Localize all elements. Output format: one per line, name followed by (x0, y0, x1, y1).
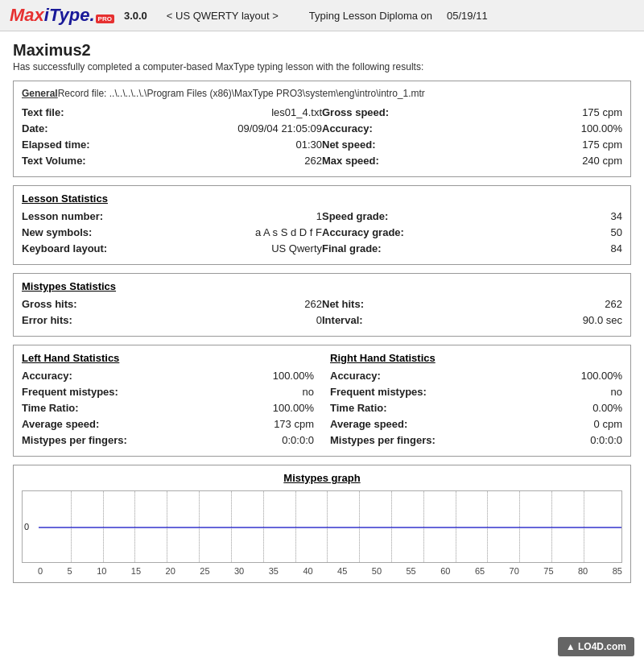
x-label: 50 (372, 566, 382, 576)
right-hand-col: Right Hand Statistics Accuracy: 100.00% … (322, 352, 622, 449)
logo-dot: . (89, 5, 94, 25)
lh-value-time-ratio: 100.00% (250, 402, 314, 414)
left-hand-col: Left Hand Statistics Accuracy: 100.00% F… (22, 352, 322, 449)
value-net-hits: 262 (558, 298, 622, 310)
value-accuracy: 100.00% (558, 122, 622, 134)
label-speed-grade: Speed grade: (322, 210, 419, 222)
value-text-file: les01_4.txt (258, 106, 322, 118)
lh-label-avg-speed: Average speed: (22, 418, 118, 430)
rh-label-time-ratio: Time Ratio: (330, 402, 427, 414)
lh-value-mistypes-fingers: 0:0:0:0 (250, 434, 314, 446)
lesson-right-col: Speed grade: 34 Accuracy grade: 50 Final… (322, 209, 622, 258)
table-row: Text Volume: 262 (22, 154, 322, 168)
rh-label-avg-speed: Average speed: (330, 418, 427, 430)
label-accuracy: Accuracy: (322, 122, 419, 134)
value-lesson-num: 1 (258, 210, 322, 222)
value-interval: 90.0 sec (558, 314, 622, 326)
label-final-grade: Final grade: (322, 242, 419, 254)
table-row: Gross hits: 262 (22, 297, 322, 311)
logo-pro-badge: PRO (96, 14, 114, 23)
table-row: Speed grade: 34 (322, 209, 622, 223)
x-label: 20 (166, 566, 175, 576)
lh-value-freq-mistypes: no (250, 386, 314, 398)
header: MaxiType. PRO 3.0.0 < US QWERTY layout >… (0, 0, 644, 31)
value-error-hits: 0 (258, 314, 322, 326)
label-lesson-num: Lesson number: (22, 210, 118, 222)
hand-stats-container: Left Hand Statistics Accuracy: 100.00% F… (22, 352, 622, 449)
label-kb-layout: Keyboard layout: (22, 242, 118, 254)
header-date: 05/19/11 (447, 10, 488, 22)
table-row: Interval: 90.0 sec (322, 313, 622, 327)
general-left-col: Text file: les01_4.txt Date: 09/09/04 21… (22, 105, 322, 170)
x-label: 80 (578, 566, 588, 576)
watermark: ▲ LO4D.com (558, 637, 634, 656)
header-lesson-label: Typing Lesson Diploma on (309, 10, 432, 22)
table-row: Net speed: 175 cpm (322, 138, 622, 151)
rh-label-mistypes-fingers: Mistypes per fingers: (330, 434, 436, 446)
label-net-hits: Net hits: (322, 298, 419, 310)
label-interval: Interval: (322, 314, 419, 326)
value-elapsed: 01:30 (258, 139, 322, 151)
x-label: 75 (543, 566, 553, 576)
table-row: Max speed: 240 cpm (322, 154, 622, 168)
label-text-volume: Text Volume: (22, 155, 118, 167)
table-row: Accuracy grade: 50 (322, 225, 622, 239)
table-row: Keyboard layout: US Qwerty (22, 242, 322, 255)
x-label: 25 (200, 566, 209, 576)
table-row: Text file: les01_4.txt (22, 105, 322, 119)
main-content: Maximus2 Has successfully completed a co… (0, 31, 644, 601)
general-label-bold: General (22, 88, 58, 99)
lh-label-mistypes-fingers: Mistypes per fingers: (22, 434, 127, 446)
x-label: 85 (613, 566, 622, 576)
lesson-section: Lesson Statistics Lesson number: 1 New s… (13, 185, 631, 265)
lh-value-avg-speed: 173 cpm (250, 418, 314, 430)
header-version: 3.0.0 (124, 10, 147, 22)
x-label: 35 (269, 566, 279, 576)
rh-value-mistypes-fingers: 0:0:0:0 (558, 434, 622, 446)
lh-label-time-ratio: Time Ratio: (22, 402, 118, 414)
label-net-speed: Net speed: (322, 139, 419, 151)
right-hand-title: Right Hand Statistics (330, 352, 622, 364)
mistypes-data: Gross hits: 262 Error hits: 0 Net hits: … (22, 297, 622, 329)
table-row: Net hits: 262 (322, 297, 622, 311)
mistypes-left-col: Gross hits: 262 Error hits: 0 (22, 297, 322, 329)
x-label: 5 (68, 566, 72, 576)
hand-stats-section: Left Hand Statistics Accuracy: 100.00% F… (13, 345, 631, 457)
table-row: Date: 09/09/04 21:05:09 (22, 122, 322, 135)
logo-max: Max (10, 5, 44, 25)
table-row: Final grade: 84 (322, 242, 622, 255)
graph-x-axis: 0 5 10 15 20 25 30 35 40 45 50 55 60 65 … (22, 566, 622, 576)
graph-title: Mistypes graph (22, 472, 622, 484)
x-label: 70 (510, 566, 519, 576)
value-final-grade: 84 (558, 242, 622, 254)
rh-value-freq-mistypes: no (558, 386, 622, 398)
general-label-plain: Record file: ..\..\..\..\.\Program Files… (58, 88, 425, 99)
x-label: 15 (131, 566, 141, 576)
table-row: Time Ratio: 100.00% (22, 401, 314, 415)
x-label: 60 (440, 566, 450, 576)
table-row: Mistypes per fingers: 0:0:0:0 (330, 433, 622, 447)
value-text-volume: 262 (258, 155, 322, 167)
table-row: Lesson number: 1 (22, 209, 322, 223)
x-label: 10 (97, 566, 106, 576)
label-accuracy-grade: Accuracy grade: (322, 226, 419, 238)
table-row: Elapsed time: 01:30 (22, 138, 322, 151)
label-gross-hits: Gross hits: (22, 298, 118, 310)
mistypes-section: Mistypes Statistics Gross hits: 262 Erro… (13, 273, 631, 337)
rh-value-accuracy: 100.00% (558, 370, 622, 382)
rh-value-time-ratio: 0.00% (558, 402, 622, 414)
lesson-title: Lesson Statistics (22, 192, 622, 205)
rh-label-accuracy: Accuracy: (330, 370, 427, 382)
value-gross-speed: 175 cpm (558, 106, 622, 118)
general-right-col: Gross speed: 175 cpm Accuracy: 100.00% N… (322, 105, 622, 170)
header-layout: < US QWERTY layout > (167, 10, 279, 22)
graph-svg (23, 491, 621, 562)
table-row: Frequent mistypes: no (22, 385, 314, 399)
logo: MaxiType. PRO (10, 5, 114, 26)
graph-area: 0 (22, 490, 622, 563)
table-row: Mistypes per fingers: 0:0:0:0 (22, 433, 314, 447)
label-gross-speed: Gross speed: (322, 106, 419, 118)
rh-value-avg-speed: 0 cpm (558, 418, 622, 430)
lh-value-accuracy: 100.00% (250, 370, 314, 382)
graph-section: Mistypes graph (13, 465, 631, 583)
